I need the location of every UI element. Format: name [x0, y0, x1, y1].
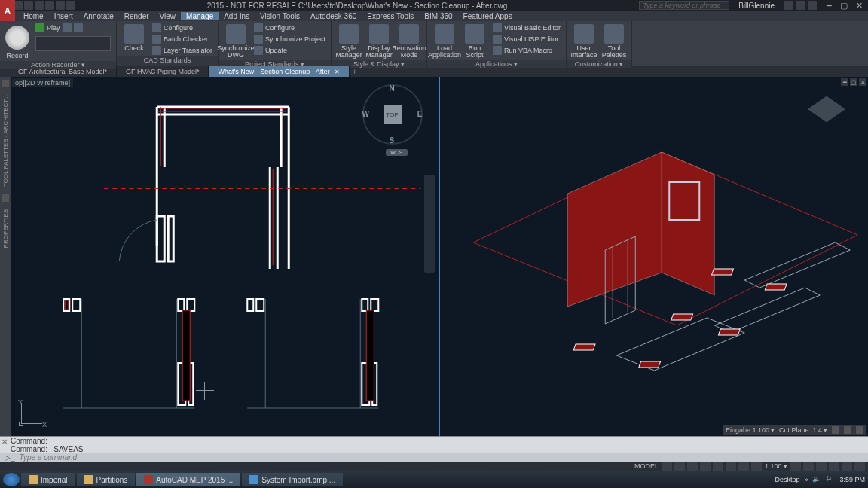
vba-editor-button[interactable]: Visual Basic Editor	[491, 23, 563, 33]
file-tab-whatsnew[interactable]: What's New - Section Cleanup - After✕	[209, 66, 349, 77]
tab-expresstools[interactable]: Express Tools	[362, 12, 419, 20]
tab-featuredapps[interactable]: Featured Apps	[458, 12, 518, 20]
tray-desktop-label[interactable]: Desktop	[775, 476, 799, 483]
check-button[interactable]: Check	[120, 23, 148, 53]
qat-redo-icon[interactable]	[66, 1, 75, 10]
qat-saveas-icon[interactable]	[35, 1, 44, 10]
exchange-icon[interactable]	[784, 1, 793, 10]
anno-scale[interactable]: 1:100 ▾	[762, 462, 790, 471]
view-cube[interactable]: TOP N S E W	[362, 84, 423, 145]
minimize-button[interactable]: ━	[823, 1, 835, 10]
file-tab-hvac[interactable]: GF HVAC Piping Model*	[117, 66, 209, 77]
tool-palettes-button[interactable]: Tool Palettes	[600, 23, 628, 60]
vlisp-editor-button[interactable]: Visual LISP Editor	[491, 34, 563, 44]
close-icon[interactable]: ✕	[335, 69, 340, 75]
cutplane-field[interactable]: Cut Plane: 1.4▾	[779, 426, 827, 434]
sync-dwg-button[interactable]: Synchronize DWG	[222, 23, 250, 60]
otrack-toggle-icon[interactable]	[726, 462, 736, 471]
chevron-up-icon[interactable]: »	[804, 476, 808, 483]
taskbar-item-image[interactable]: System Import.bmp ...	[242, 473, 343, 486]
run-vba-button[interactable]: Run VBA Macro	[491, 45, 563, 56]
start-button[interactable]	[3, 473, 20, 486]
file-tab-arch[interactable]: GF Architectural Base Model*	[9, 66, 117, 77]
help-icon[interactable]	[808, 1, 817, 10]
viewcube-top-face[interactable]: TOP	[384, 105, 402, 124]
hardware-accel-icon[interactable]	[816, 462, 827, 471]
model-layout-toggle[interactable]: MODEL	[631, 462, 662, 471]
properties-tab[interactable]: PROPERTIES	[2, 203, 9, 254]
qat-save-icon[interactable]	[24, 1, 33, 10]
viewport-right[interactable]: ━ ▢ ✕	[440, 77, 869, 436]
clean-screen-icon[interactable]	[842, 462, 852, 471]
scale-field[interactable]: Eingabe 1:100▾	[726, 426, 775, 434]
app-menu-button[interactable]	[0, 0, 15, 21]
signed-in-user[interactable]: BillGlennie	[729, 2, 784, 10]
tray-clock[interactable]: 3:59 PM	[839, 476, 865, 483]
workspace-icon[interactable]	[790, 462, 801, 471]
osnap-toggle-icon[interactable]	[713, 462, 723, 471]
navigation-bar[interactable]	[424, 175, 435, 273]
new-tab-button[interactable]: +	[350, 66, 360, 77]
maximize-button[interactable]: ▢	[838, 1, 850, 10]
tab-addins[interactable]: Add-ins	[219, 12, 255, 20]
run-script-button[interactable]: Run Script	[460, 23, 489, 60]
panel-cad-standards[interactable]: CAD Standards	[117, 56, 218, 66]
taskbar-item-partitions[interactable]: Partitions	[77, 473, 136, 486]
taskbar-item-autocad[interactable]: AutoCAD MEP 2015 ...	[136, 473, 240, 486]
info-icon[interactable]	[856, 426, 863, 434]
manage-icon[interactable]	[74, 23, 83, 32]
tab-bim360[interactable]: BIM 360	[419, 12, 457, 20]
display-manager-button[interactable]: Display Manager	[365, 23, 393, 60]
command-input[interactable]	[20, 453, 868, 462]
configure-cad-button[interactable]: Configure	[150, 23, 215, 33]
palette-close-icon[interactable]	[2, 80, 9, 87]
wcs-badge[interactable]: WCS	[386, 149, 407, 156]
viewport-left[interactable]: op][2D Wireframe]	[11, 77, 440, 436]
record-button[interactable]: Record	[3, 23, 32, 61]
drawing-canvas-3d	[440, 77, 869, 436]
infocenter-search[interactable]: Type a keyword or phrase	[639, 1, 729, 10]
isolate-icon[interactable]	[829, 462, 839, 471]
qat-undo-icon[interactable]	[56, 1, 65, 10]
renovation-mode-button[interactable]: Renovation Mode	[395, 23, 423, 60]
transparency-toggle-icon[interactable]	[751, 462, 762, 471]
anno-monitor-icon[interactable]	[803, 462, 814, 471]
lineweight-toggle-icon[interactable]	[738, 462, 749, 471]
snap-toggle-icon[interactable]	[674, 462, 685, 471]
grid-toggle-icon[interactable]	[662, 462, 672, 471]
layer-translator-button[interactable]: Layer Translator	[150, 45, 215, 56]
tab-visiontools[interactable]: Vision Tools	[255, 12, 305, 20]
stayconnected-icon[interactable]	[796, 1, 805, 10]
tray-icon[interactable]: ⚐	[826, 475, 835, 484]
batch-checker-button[interactable]: Batch Checker	[150, 34, 215, 44]
pref-icon[interactable]	[63, 23, 72, 32]
tool-palettes-tab[interactable]: TOOL PALETTES - ARCHITECT...	[2, 89, 9, 193]
tab-view[interactable]: View	[154, 12, 182, 20]
ortho-toggle-icon[interactable]	[687, 462, 698, 471]
info-icon[interactable]	[832, 426, 839, 434]
style-manager-button[interactable]: Style Manager	[335, 23, 363, 60]
close-button[interactable]: ✕	[853, 1, 865, 10]
tray-icon[interactable]: 🔈	[812, 475, 821, 484]
tab-autodesk360[interactable]: Autodesk 360	[305, 12, 362, 20]
info-icon[interactable]	[844, 426, 851, 434]
taskbar-item-imperial[interactable]: Imperial	[21, 473, 75, 486]
load-app-button[interactable]: Load Application	[430, 23, 459, 60]
customize-icon[interactable]	[854, 462, 865, 471]
tab-insert[interactable]: Insert	[49, 12, 78, 20]
panel-customization[interactable]: Customization ▾	[567, 60, 631, 68]
qat-plot-icon[interactable]	[45, 1, 54, 10]
polar-toggle-icon[interactable]	[700, 462, 711, 471]
tab-manage[interactable]: Manage	[181, 12, 219, 20]
cui-button[interactable]: User Interface	[570, 23, 598, 60]
palette-close-icon[interactable]	[2, 194, 9, 202]
tab-annotate[interactable]: Annotate	[78, 12, 119, 20]
cmd-close-icon[interactable]: ✕	[2, 438, 8, 446]
tab-home[interactable]: Home	[18, 12, 49, 20]
panel-applications[interactable]: Applications ▾	[427, 60, 566, 68]
configure-proj-button[interactable]: Configure	[252, 23, 328, 33]
update-button[interactable]: Update	[252, 45, 328, 56]
tab-render[interactable]: Render	[119, 12, 154, 20]
play-button[interactable]: Play	[33, 23, 113, 33]
sync-project-button[interactable]: Synchronize Project	[252, 34, 328, 44]
